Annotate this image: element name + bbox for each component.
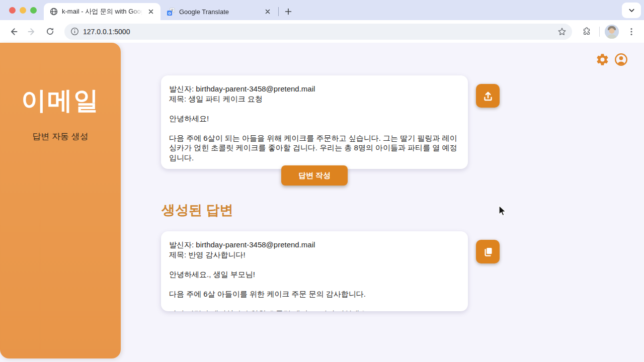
toolbar-actions bbox=[579, 24, 639, 39]
google-translate-icon: 文 G bbox=[167, 8, 175, 16]
upload-icon bbox=[481, 89, 495, 103]
reply-body-line: 다음 주에 6살 아들이를 위한 케이크 주문 문의 감사합니다. bbox=[169, 289, 460, 299]
tab-divider bbox=[278, 7, 279, 16]
reply-body-line-clipped: 딸기 필링과 레이싱카가 얹힌 초콜릿 케이크, 정말 귀엽네요! bbox=[169, 309, 460, 312]
browser-window: k-mail - 사업 문의 with Google 文 G Google Tr… bbox=[0, 0, 644, 362]
globe-icon bbox=[50, 8, 58, 16]
puzzle-icon bbox=[582, 27, 592, 37]
mouse-cursor bbox=[497, 205, 508, 218]
blank-line bbox=[169, 299, 460, 309]
app-title: 이메일 bbox=[21, 84, 100, 118]
generate-reply-button[interactable]: 답변 작성 bbox=[281, 165, 348, 186]
address-bar[interactable]: 127.0.0.1:5000 bbox=[64, 24, 572, 40]
back-arrow-icon bbox=[9, 27, 19, 37]
tab-title: k-mail - 사업 문의 with Google bbox=[62, 7, 142, 16]
window-controls bbox=[0, 0, 44, 20]
window-close-button[interactable] bbox=[9, 7, 16, 14]
url-text[interactable]: 127.0.0.1:5000 bbox=[83, 28, 557, 36]
forward-arrow-icon bbox=[27, 27, 37, 37]
reload-icon bbox=[45, 27, 55, 36]
close-tab-icon[interactable] bbox=[146, 7, 155, 16]
person-circle-icon bbox=[614, 53, 628, 66]
reload-button[interactable] bbox=[42, 24, 57, 39]
copy-icon bbox=[481, 245, 495, 258]
browser-menu-button[interactable] bbox=[624, 24, 639, 39]
sidebar: 이메일 답변 자동 생성 bbox=[0, 43, 121, 358]
settings-button[interactable] bbox=[596, 53, 609, 66]
blank-line bbox=[169, 104, 460, 114]
email-subject-line: 제목: 생일 파티 케이크 요청 bbox=[169, 94, 460, 104]
blank-line bbox=[169, 279, 460, 289]
tab-title: Google Translate bbox=[179, 8, 259, 16]
profile-avatar[interactable] bbox=[605, 25, 619, 39]
generated-reply-card[interactable]: 발신자: birthday-parent-3458@pretend.mail 제… bbox=[161, 231, 468, 311]
gear-icon bbox=[596, 53, 609, 66]
svg-text:G: G bbox=[168, 11, 171, 15]
browser-toolbar: 127.0.0.1:5000 bbox=[0, 20, 644, 43]
back-button[interactable] bbox=[6, 24, 21, 39]
email-body-line: 다음 주에 6살이 되는 아들을 위해 케이크를 주문하고 싶습니다. 그는 딸… bbox=[169, 133, 460, 163]
new-tab-button[interactable] bbox=[282, 5, 295, 18]
extensions-button[interactable] bbox=[579, 24, 594, 39]
reply-subject-line: 제목: 반영 감사합니다! bbox=[169, 250, 460, 260]
upload-button[interactable] bbox=[476, 84, 500, 108]
tab-kmail[interactable]: k-mail - 사업 문의 with Google bbox=[44, 3, 160, 20]
account-button[interactable] bbox=[614, 53, 628, 66]
email-greeting-line: 안녕하세요! bbox=[169, 114, 460, 124]
generated-reply-heading: 생성된 답변 bbox=[162, 201, 233, 219]
chevron-down-icon bbox=[628, 7, 635, 14]
window-minimize-button[interactable] bbox=[20, 7, 26, 14]
tab-strip: k-mail - 사업 문의 with Google 文 G Google Tr… bbox=[0, 0, 644, 20]
forward-button[interactable] bbox=[24, 24, 39, 39]
tab-google-translate[interactable]: 文 G Google Translate bbox=[160, 3, 277, 20]
reply-sender-line: 발신자: birthday-parent-3458@pretend.mail bbox=[169, 240, 460, 250]
email-sender-line: 발신자: birthday-parent-3458@pretend.mail bbox=[169, 84, 460, 94]
window-zoom-button[interactable] bbox=[30, 7, 37, 14]
email-input-card[interactable]: 발신자: birthday-parent-3458@pretend.mail 제… bbox=[161, 75, 468, 169]
page-header-actions bbox=[596, 53, 628, 66]
toolbar-divider bbox=[599, 27, 600, 37]
tab-search-button[interactable] bbox=[622, 3, 641, 18]
plus-icon bbox=[285, 8, 292, 15]
kebab-menu-icon bbox=[627, 27, 636, 36]
blank-line bbox=[169, 259, 460, 269]
star-icon[interactable] bbox=[557, 27, 567, 37]
reply-greeting-line: 안녕하세요., 생일 부모님! bbox=[169, 269, 460, 280]
info-circle-icon[interactable] bbox=[70, 27, 79, 36]
copy-button[interactable] bbox=[476, 240, 500, 263]
close-tab-icon[interactable] bbox=[263, 7, 272, 16]
page-content: 이메일 답변 자동 생성 발신자: birthday-parent-3458@p… bbox=[0, 43, 644, 362]
app-subtitle: 답변 자동 생성 bbox=[32, 131, 88, 142]
blank-line bbox=[169, 123, 460, 133]
